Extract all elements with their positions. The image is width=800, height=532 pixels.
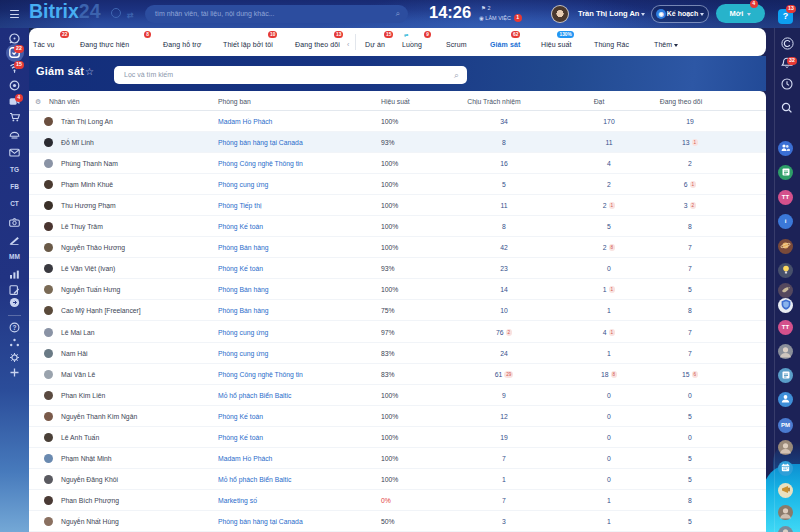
- svg-text:?: ?: [13, 323, 17, 330]
